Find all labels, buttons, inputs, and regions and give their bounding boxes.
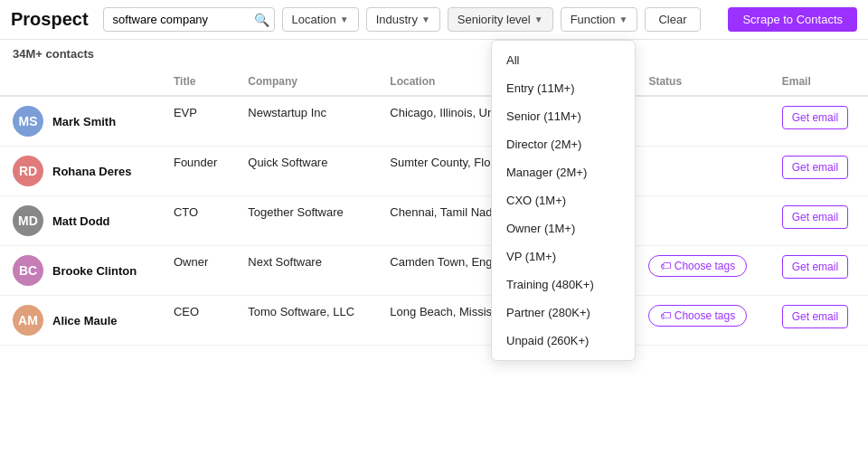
search-button[interactable]: 🔍 — [254, 13, 269, 27]
dropdown-item[interactable]: Owner (1M+) — [492, 214, 635, 242]
person-name: Matt Dodd — [52, 214, 110, 228]
title-cell: Owner — [161, 246, 235, 296]
scrape-contacts-button[interactable]: Scrape to Contacts — [728, 7, 857, 32]
get-email-button[interactable]: Get email — [782, 205, 848, 229]
avatar: BC — [13, 255, 43, 286]
function-filter-label: Function — [571, 13, 616, 26]
get-email-button[interactable]: Get email — [782, 156, 848, 179]
contacts-count: 34M+ contacts — [0, 40, 868, 68]
avatar: AM — [13, 305, 43, 336]
col-company: Company — [235, 68, 377, 96]
email-cell: Get email — [769, 147, 868, 196]
title-cell: EVP — [161, 96, 235, 147]
get-email-button[interactable]: Get email — [782, 106, 848, 129]
title-cell: Founder — [161, 147, 235, 196]
location-filter-label: Location — [292, 13, 336, 26]
table-row: MS Mark Smith EVPNewstartup IncChicago, … — [0, 96, 868, 147]
person-cell: MD Matt Dodd — [0, 196, 161, 246]
dropdown-item[interactable]: All — [492, 46, 635, 74]
title-cell: CEO — [161, 296, 235, 346]
function-filter-button[interactable]: Function ▼ — [561, 7, 638, 32]
function-arrow-icon: ▼ — [619, 14, 628, 24]
seniority-filter-label: Seniority level — [458, 13, 531, 26]
avatar: MD — [13, 205, 43, 236]
choose-tags-button[interactable]: 🏷 Choose tags — [648, 305, 747, 327]
col-email: Email — [769, 68, 868, 96]
status-cell — [636, 196, 769, 246]
seniority-filter-button[interactable]: Seniority level ▼ — [448, 7, 553, 32]
person-cell: MS Mark Smith — [0, 96, 161, 147]
table-header: Title Company Location Status Email — [0, 68, 868, 96]
location-filter-button[interactable]: Location ▼ — [282, 7, 359, 32]
avatar: MS — [13, 106, 43, 137]
dropdown-item[interactable]: Senior (11M+) — [492, 102, 635, 130]
email-cell: Get email — [769, 246, 868, 296]
table-row: BC Brooke Clinton OwnerNext SoftwareCamd… — [0, 246, 868, 296]
choose-tags-button[interactable]: 🏷 Choose tags — [648, 255, 747, 277]
dropdown-item[interactable]: Training (480K+) — [492, 270, 635, 299]
person-name: Mark Smith — [52, 115, 116, 128]
person-name: Alice Maule — [52, 314, 118, 327]
person-name: Brooke Clinton — [52, 264, 137, 278]
col-status: Status — [636, 68, 769, 96]
email-cell: Get email — [769, 196, 868, 246]
email-cell: Get email — [769, 96, 868, 147]
person-cell: RD Rohana Deres — [0, 147, 161, 196]
dropdown-item[interactable]: Entry (11M+) — [492, 74, 635, 102]
title-cell: CTO — [161, 196, 235, 246]
status-cell — [636, 147, 769, 196]
dropdown-item[interactable]: Manager (2M+) — [492, 158, 635, 186]
table-row: RD Rohana Deres FounderQuick SoftwareSum… — [0, 147, 868, 196]
person-cell: BC Brooke Clinton — [0, 246, 161, 296]
dropdown-item[interactable]: VP (1M+) — [492, 242, 635, 270]
person-name: Rohana Deres — [52, 165, 131, 178]
table-body: MS Mark Smith EVPNewstartup IncChicago, … — [0, 96, 868, 346]
search-input[interactable] — [103, 7, 275, 32]
toolbar: Prospect 🔍 Location ▼ Industry ▼ Seniori… — [0, 0, 868, 40]
seniority-dropdown: AllEntry (11M+)Senior (11M+)Director (2M… — [491, 40, 636, 346]
industry-arrow-icon: ▼ — [421, 14, 430, 24]
dropdown-item[interactable]: Partner (280K+) — [492, 299, 635, 327]
status-cell: 🏷 Choose tags — [636, 296, 769, 346]
company-cell: Together Software — [235, 196, 377, 246]
search-wrap: 🔍 — [103, 7, 275, 32]
avatar: RD — [13, 156, 43, 186]
table-row: MD Matt Dodd CTOTogether SoftwareChennai… — [0, 196, 868, 246]
location-arrow-icon: ▼ — [340, 14, 349, 24]
company-cell: Quick Software — [235, 147, 377, 196]
company-cell: Tomo Software, LLC — [235, 296, 377, 346]
get-email-button[interactable]: Get email — [782, 255, 848, 279]
company-cell: Newstartup Inc — [235, 96, 377, 147]
seniority-arrow-icon: ▼ — [534, 14, 543, 24]
dropdown-item[interactable]: Unpaid (260K+) — [492, 327, 635, 346]
contacts-table: Title Company Location Status Email MS M… — [0, 68, 868, 346]
status-cell: 🏷 Choose tags — [636, 246, 769, 296]
person-cell: AM Alice Maule — [0, 296, 161, 346]
dropdown-item[interactable]: CXO (1M+) — [492, 186, 635, 214]
email-cell: Get email — [769, 296, 868, 346]
clear-button[interactable]: Clear — [645, 7, 700, 32]
company-cell: Next Software — [235, 246, 377, 296]
col-name — [0, 68, 161, 96]
industry-filter-button[interactable]: Industry ▼ — [366, 7, 440, 32]
app-title: Prospect — [11, 9, 89, 30]
dropdown-item[interactable]: Director (2M+) — [492, 130, 635, 158]
table-row: AM Alice Maule CEOTomo Software, LLCLong… — [0, 296, 868, 346]
col-title: Title — [161, 68, 235, 96]
get-email-button[interactable]: Get email — [782, 305, 848, 328]
industry-filter-label: Industry — [376, 13, 418, 26]
status-cell — [636, 96, 769, 147]
